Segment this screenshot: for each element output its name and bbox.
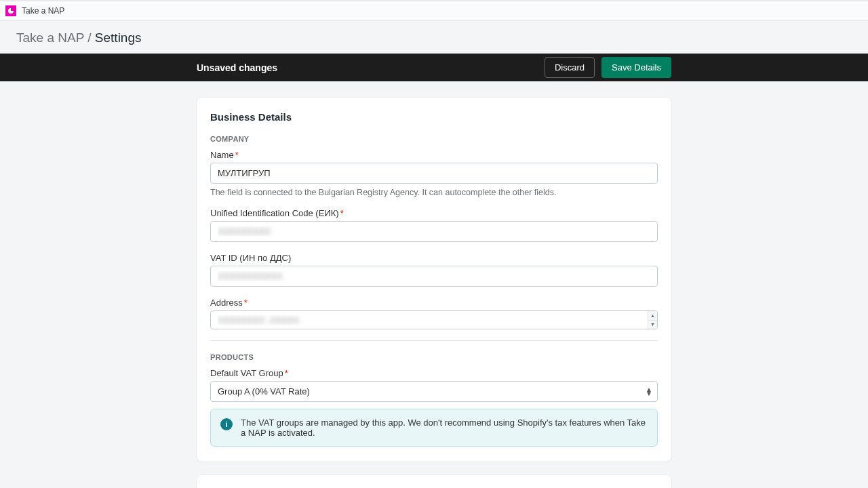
- required-marker: *: [244, 298, 248, 308]
- vat-id-label: VAT ID (ИН по ДДС): [210, 253, 658, 263]
- vat-group-label: Default VAT Group*: [210, 368, 658, 378]
- info-icon: i: [220, 418, 233, 430]
- company-name-input[interactable]: [210, 163, 658, 184]
- chevron-up-icon[interactable]: ▲: [648, 311, 657, 321]
- required-marker: *: [340, 208, 344, 218]
- app-title: Take a NAP: [22, 6, 64, 16]
- address-label: Address*: [210, 298, 658, 308]
- breadcrumb: Take a NAP / Settings: [0, 21, 868, 54]
- card-title-business: Business Details: [197, 111, 671, 135]
- save-bar-actions: Discard Save Details: [545, 57, 671, 78]
- info-banner-text: The VAT groups are managed by this app. …: [241, 418, 648, 438]
- shop-details-card: Shop Details Shop Unique Number*: [197, 475, 671, 488]
- required-marker: *: [235, 150, 239, 160]
- stepper-control[interactable]: ▲ ▼: [648, 311, 657, 329]
- address-input[interactable]: [210, 310, 658, 329]
- breadcrumb-current: Settings: [95, 30, 142, 45]
- chevron-down-icon[interactable]: ▼: [648, 321, 657, 329]
- eik-field: Unified Identification Code (ЕИК)*: [210, 208, 658, 242]
- eik-label: Unified Identification Code (ЕИК)*: [210, 208, 658, 218]
- address-field: Address* ▲ ▼: [210, 298, 658, 329]
- business-details-card: Business Details COMPANY Name* The field…: [197, 98, 671, 462]
- eik-input[interactable]: [210, 221, 658, 242]
- discard-button[interactable]: Discard: [545, 57, 595, 78]
- products-subhead: PRODUCTS: [210, 353, 658, 361]
- vat-group-select[interactable]: Group A (0% VAT Rate): [210, 381, 658, 402]
- unsaved-changes-message: Unsaved changes: [197, 62, 277, 73]
- app-bar: Take a NAP: [0, 0, 868, 21]
- page-content: Business Details COMPANY Name* The field…: [0, 81, 868, 488]
- vat-id-field: VAT ID (ИН по ДДС): [210, 253, 658, 287]
- required-marker: *: [285, 368, 288, 378]
- vat-id-input[interactable]: [210, 266, 658, 287]
- divider: [210, 340, 658, 341]
- info-banner: i The VAT groups are managed by this app…: [210, 409, 658, 447]
- save-bar: Unsaved changes Discard Save Details: [0, 54, 868, 81]
- company-name-help: The field is connected to the Bulgarian …: [210, 188, 658, 197]
- save-button[interactable]: Save Details: [601, 57, 671, 78]
- vat-group-field: Default VAT Group* Group A (0% VAT Rate)…: [210, 368, 658, 402]
- company-name-label: Name*: [210, 150, 658, 160]
- company-name-field: Name* The field is connected to the Bulg…: [210, 150, 658, 197]
- app-icon: [5, 5, 16, 16]
- breadcrumb-separator: /: [87, 30, 91, 45]
- breadcrumb-root[interactable]: Take a NAP: [16, 30, 84, 45]
- company-subhead: COMPANY: [210, 135, 658, 143]
